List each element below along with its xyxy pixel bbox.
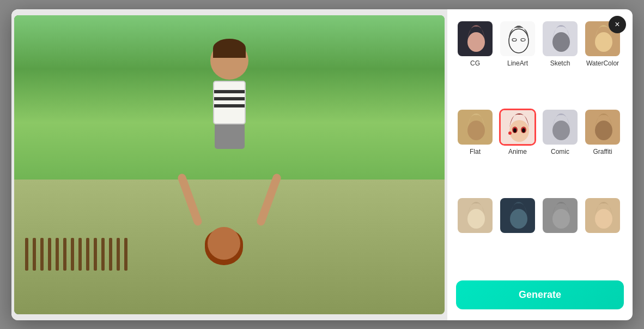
shirt-stripe [214, 104, 245, 107]
style-item-flat[interactable]: Flat [456, 109, 494, 193]
svg-point-18 [508, 131, 512, 135]
close-button[interactable]: × [609, 16, 626, 33]
fence-post [94, 238, 97, 271]
photo-display [14, 15, 445, 314]
style-item-style12[interactable] [584, 197, 622, 271]
style-item-comic[interactable]: Comic [541, 109, 579, 193]
svg-point-1 [467, 32, 485, 52]
child-hair [213, 39, 246, 58]
image-panel [11, 9, 447, 320]
svg-point-30 [595, 209, 612, 229]
fence-post [109, 238, 112, 271]
svg-point-26 [510, 209, 527, 229]
mother-head [208, 227, 240, 260]
svg-point-24 [467, 209, 485, 229]
svg-point-7 [552, 32, 570, 52]
fence-post [25, 238, 28, 271]
style-item-lineart[interactable]: LineArt [499, 20, 537, 104]
fence-post [101, 238, 105, 271]
fence-post [71, 238, 74, 271]
svg-point-9 [595, 32, 612, 52]
style-item-graffiti[interactable]: Graffiti [584, 109, 622, 193]
left-arm [177, 172, 203, 226]
shirt-stripe [214, 90, 245, 93]
svg-point-11 [467, 121, 485, 140]
fence-post [124, 238, 127, 271]
style-item-style9[interactable] [456, 197, 494, 271]
fence-post [40, 238, 44, 271]
fence-post [78, 238, 82, 271]
mother-hair [205, 230, 243, 265]
svg-point-22 [595, 121, 612, 140]
style-item-cg[interactable]: CG [456, 20, 494, 104]
fence-post [56, 238, 59, 271]
child-figure [202, 41, 257, 151]
fence-post [33, 238, 36, 271]
fence-post [63, 238, 66, 271]
style-label-lineart: LineArt [507, 59, 528, 67]
style-item-style11[interactable] [541, 197, 579, 271]
generate-button[interactable]: Generate [456, 280, 624, 309]
style-item-anime[interactable]: Anime [499, 109, 537, 193]
style-label-cg: CG [470, 59, 480, 67]
style-label-anime: Anime [508, 148, 527, 155]
close-icon: × [615, 20, 619, 29]
fence-post [86, 238, 89, 271]
svg-point-20 [552, 121, 570, 140]
shirt-stripe [214, 97, 245, 100]
svg-point-15 [513, 128, 517, 133]
svg-point-17 [522, 128, 525, 133]
style-label-graffiti: Graffiti [593, 148, 612, 155]
child-head [210, 41, 248, 80]
figure-group [137, 31, 322, 314]
fence-post [48, 238, 51, 271]
style-label-flat: Flat [470, 148, 481, 155]
style-label-watercolor: WaterColor [586, 59, 619, 67]
fence-post [117, 238, 120, 271]
styles-panel: CGLineArtSketchWaterColorFlatAnimeComicG… [447, 9, 633, 320]
styles-grid: CGLineArtSketchWaterColorFlatAnimeComicG… [456, 20, 624, 272]
child-torso [213, 81, 246, 124]
style-label-comic: Comic [551, 148, 569, 155]
style-item-sketch[interactable]: Sketch [541, 20, 579, 104]
photo-scene [14, 15, 445, 314]
style-item-style10[interactable] [499, 197, 537, 271]
style-label-sketch: Sketch [550, 59, 570, 67]
child-shorts [215, 124, 245, 149]
right-arm [256, 172, 282, 226]
modal-container: × [11, 9, 633, 320]
svg-point-28 [552, 209, 570, 229]
